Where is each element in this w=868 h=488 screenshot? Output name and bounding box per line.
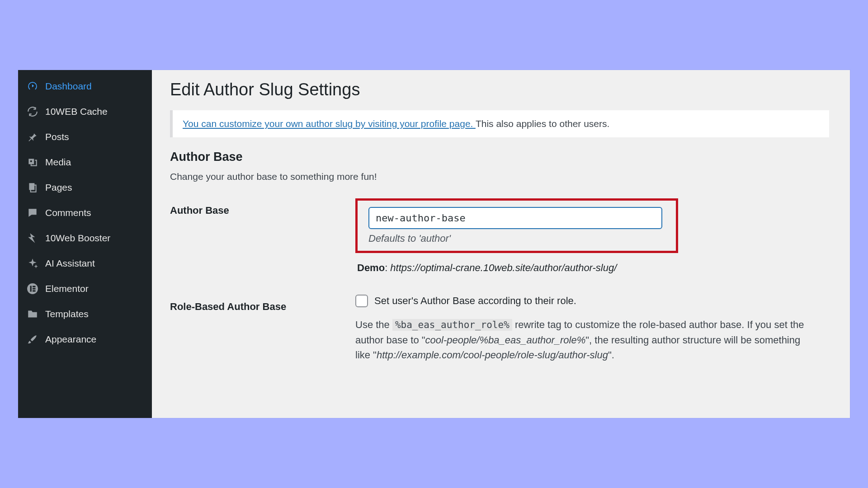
sidebar-item-posts[interactable]: Posts (18, 124, 152, 150)
sidebar-item-label: Comments (45, 207, 91, 218)
sidebar-item-dashboard[interactable]: Dashboard (18, 74, 152, 99)
sidebar-item-label: Elementor (45, 283, 89, 294)
sidebar-item-ai-assistant[interactable]: AI Assistant (18, 251, 152, 276)
sidebar-item-elementor[interactable]: Elementor (18, 276, 152, 301)
sidebar-item-label: Dashboard (45, 81, 92, 92)
author-base-highlight: Defaults to 'author' (355, 198, 678, 253)
demo-label: Demo (357, 262, 385, 273)
demo-url: https://optimal-crane.10web.site/author/… (390, 262, 617, 273)
pin-icon (26, 131, 39, 143)
sidebar-item-templates[interactable]: Templates (18, 301, 152, 327)
sidebar-item-10web-booster[interactable]: 10Web Booster (18, 225, 152, 251)
sparkle-icon (26, 257, 39, 270)
dashboard-icon (26, 80, 39, 93)
sidebar-item-pages[interactable]: Pages (18, 175, 152, 200)
role-based-checkbox[interactable] (355, 295, 368, 307)
role-based-checkbox-label: Set user's Author Base according to thei… (374, 295, 576, 307)
sidebar-item-label: Posts (45, 131, 69, 142)
elementor-icon (26, 282, 39, 295)
refresh-icon (26, 105, 39, 118)
brush-icon (26, 333, 39, 346)
author-base-demo: Demo: https://optimal-crane.10web.site/a… (355, 262, 829, 274)
media-icon (26, 156, 39, 169)
profile-notice-rest: This also applies to other users. (476, 118, 609, 129)
admin-sidebar: Dashboard 10WEB Cache Posts Media Pages (18, 70, 152, 418)
author-base-input[interactable] (368, 207, 662, 229)
pages-icon (26, 181, 39, 194)
svg-rect-4 (30, 286, 32, 292)
author-base-default-note: Defaults to 'author' (368, 233, 665, 244)
rewrite-tag-code: %ba_eas_author_role% (392, 319, 512, 331)
author-base-label: Author Base (170, 198, 355, 216)
sidebar-item-label: Media (45, 157, 71, 168)
folder-icon (26, 308, 39, 320)
sidebar-item-label: Pages (45, 182, 72, 193)
svg-rect-6 (33, 288, 36, 289)
app-frame: Dashboard 10WEB Cache Posts Media Pages (18, 70, 850, 418)
svg-rect-5 (33, 286, 36, 287)
author-base-row: Author Base Defaults to 'author' Demo: h… (170, 198, 829, 274)
sidebar-item-label: Templates (45, 309, 89, 319)
sidebar-item-media[interactable]: Media (18, 150, 152, 175)
svg-rect-1 (29, 183, 34, 190)
bolt-icon (26, 232, 39, 244)
sidebar-item-label: Appearance (45, 334, 96, 345)
profile-notice-link[interactable]: You can customize your own author slug b… (183, 118, 476, 129)
sidebar-item-appearance[interactable]: Appearance (18, 327, 152, 352)
settings-main: Edit Author Slug Settings You can custom… (152, 70, 850, 418)
role-based-row: Role-Based Author Base Set user's Author… (170, 295, 829, 362)
svg-rect-7 (33, 290, 36, 291)
role-based-description: Use the %ba_eas_author_role% rewrite tag… (355, 317, 816, 362)
sidebar-item-10web-cache[interactable]: 10WEB Cache (18, 99, 152, 124)
page-title: Edit Author Slug Settings (170, 80, 829, 99)
profile-notice: You can customize your own author slug b… (170, 110, 829, 137)
sidebar-item-label: 10WEB Cache (45, 106, 108, 117)
author-base-heading: Author Base (170, 150, 829, 164)
role-based-label: Role-Based Author Base (170, 295, 355, 313)
author-base-subtext: Change your author base to something mor… (170, 171, 829, 182)
svg-point-0 (30, 160, 32, 162)
sidebar-item-comments[interactable]: Comments (18, 200, 152, 225)
sidebar-item-label: AI Assistant (45, 258, 95, 269)
comments-icon (26, 206, 39, 219)
sidebar-item-label: 10Web Booster (45, 233, 110, 244)
